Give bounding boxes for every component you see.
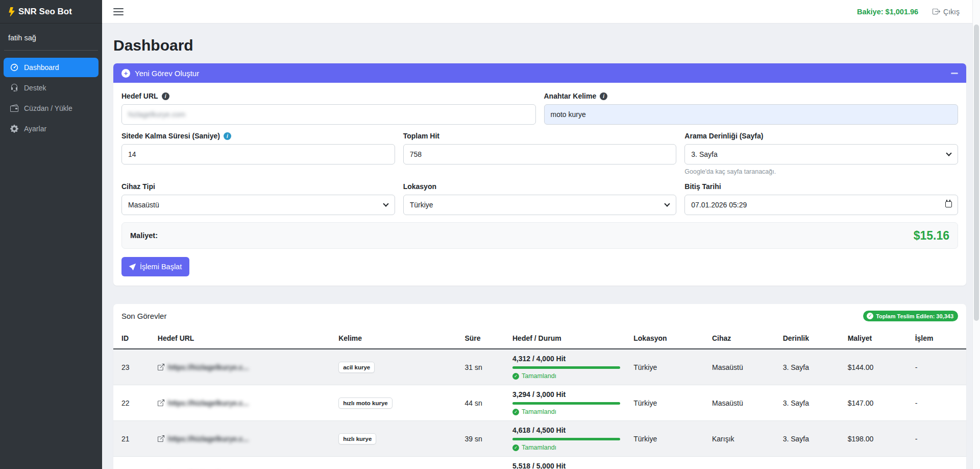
headset-icon: [10, 84, 18, 92]
sidebar-item-destek[interactable]: Destek: [0, 78, 102, 98]
logout-button[interactable]: Çıkış: [933, 8, 960, 16]
sidebar-item-label: Dashboard: [24, 63, 59, 72]
cell-hedef-durum: 3,294 / 3,000 Hit ✓Tamamlandı: [507, 385, 628, 421]
kalma-suresi-input[interactable]: [121, 144, 395, 165]
cell-maliyet: $195.00: [843, 457, 910, 469]
start-task-label: İşlemi Başlat: [140, 263, 182, 271]
cost-value: $15.16: [914, 229, 949, 243]
hedef-url-label: Hedef URL: [121, 92, 158, 100]
page-title: Dashboard: [113, 37, 966, 54]
sidebar: SNR Seo Bot fatih sağ Dashboard Destek C…: [0, 0, 102, 469]
tasks-table: ID Hedef URL Kelime Süre Hedef / Durum L…: [113, 328, 966, 469]
sidebar-item-dashboard[interactable]: Dashboard: [4, 58, 99, 77]
check-circle-icon: ✓: [867, 313, 873, 319]
cell-lokasyon: Türkiye: [628, 421, 707, 457]
collapse-panel-button[interactable]: [951, 73, 958, 74]
external-link-icon: [158, 400, 164, 406]
field-toplam-hit: Toplam Hit: [403, 132, 677, 175]
bitis-tarihi-input[interactable]: [684, 195, 958, 215]
cell-islem: -: [910, 457, 966, 469]
external-link-icon: [158, 364, 164, 370]
toplam-hit-input[interactable]: [403, 144, 677, 165]
cell-maliyet: $147.00: [843, 385, 910, 421]
anahtar-kelime-input[interactable]: [544, 104, 959, 125]
info-icon: i: [224, 132, 231, 140]
status-text: Tamamlandı: [522, 408, 556, 415]
sidebar-item-ayarlar[interactable]: Ayarlar: [0, 119, 102, 138]
page-scrollbar[interactable]: [972, 0, 980, 469]
cell-cihaz: Karışık: [707, 457, 778, 469]
cell-hedef-durum: 4,312 / 4,000 Hit ✓Tamamlandı: [507, 349, 628, 385]
new-task-card: + Yeni Görev Oluştur Hedef URL i hizlage…: [113, 63, 966, 286]
task-url-link[interactable]: https://hizlagelkurye.c...: [158, 399, 328, 407]
col-sure: Süre: [459, 328, 507, 349]
cell-sure: 31 sn: [459, 349, 507, 385]
hit-count: 4,312 / 4,000 Hit: [512, 355, 623, 363]
recent-tasks-header: Son Görevler ✓ Toplam Teslim Edilen: 30,…: [113, 304, 966, 328]
info-icon: i: [162, 92, 169, 100]
status-text: Tamamlandı: [522, 444, 556, 451]
cell-cihaz: Masaüstü: [707, 349, 778, 385]
cell-cihaz: Masaüstü: [707, 385, 778, 421]
lokasyon-select[interactable]: Türkiye: [403, 195, 677, 215]
logout-icon: [933, 8, 940, 15]
cell-islem: -: [910, 385, 966, 421]
col-derinlik: Derinlik: [778, 328, 843, 349]
anahtar-kelime-label: Anahtar Kelime: [544, 92, 597, 100]
hit-count: 3,294 / 3,000 Hit: [512, 390, 623, 398]
progress-bar: [512, 402, 620, 405]
task-url-text: https://hizlagelkurye.c...: [168, 435, 249, 443]
toplam-hit-label: Toplam Hit: [403, 132, 439, 140]
cell-islem: -: [910, 421, 966, 457]
cihaz-tipi-select[interactable]: Masaüstü: [121, 195, 395, 215]
arama-derinligi-label: Arama Derinliği (Sayfa): [684, 132, 763, 140]
keyword-badge: hızlı kurye: [338, 433, 376, 444]
brand[interactable]: SNR Seo Bot: [0, 0, 102, 24]
cell-sure: 34 sn: [459, 457, 507, 469]
cell-id: 20: [113, 457, 153, 469]
cell-derinlik: 3. Sayfa: [778, 421, 843, 457]
wallet-icon: [10, 104, 18, 112]
cell-sure: 39 sn: [459, 421, 507, 457]
task-url-text: https://hizlagelkurye.c...: [168, 399, 249, 407]
check-circle-icon: ✓: [512, 409, 519, 415]
balance-text: Bakiye: $1,001.96: [857, 8, 918, 16]
cihaz-tipi-label: Cihaz Tipi: [121, 182, 155, 191]
cell-id: 22: [113, 385, 153, 421]
keyword-badge: acil kurye: [338, 362, 375, 373]
scrollbar-thumb[interactable]: [974, 25, 979, 321]
cell-islem: -: [910, 349, 966, 385]
col-hedef-durum: Hedef / Durum: [507, 328, 628, 349]
check-circle-icon: ✓: [512, 373, 519, 380]
hedef-url-input[interactable]: [121, 104, 536, 125]
table-row: 20 https://hizlagelkurye.c... hızlı kury…: [113, 457, 966, 469]
progress-bar: [512, 366, 620, 369]
table-header-row: ID Hedef URL Kelime Süre Hedef / Durum L…: [113, 328, 966, 349]
sidebar-nav: Dashboard Destek Cüzdan / Yükle Ayarlar: [0, 56, 102, 138]
cell-lokasyon: Türkiye: [628, 349, 707, 385]
field-hedef-url: Hedef URL i hizlagelkurye.com: [121, 92, 536, 125]
field-cihaz-tipi: Cihaz Tipi Masaüstü: [121, 182, 395, 215]
cost-box: Maliyet: $15.16: [121, 222, 958, 249]
new-task-form: Hedef URL i hizlagelkurye.com Anahtar Ke…: [113, 83, 966, 286]
delivered-total-text: Toplam Teslim Edilen: 30,343: [876, 313, 953, 319]
cell-maliyet: $144.00: [843, 349, 910, 385]
col-maliyet: Maliyet: [843, 328, 910, 349]
cell-derinlik: 3. Sayfa: [778, 349, 843, 385]
bitis-tarihi-label: Bitiş Tarihi: [684, 182, 721, 191]
task-url-link[interactable]: https://hizlagelkurye.c...: [158, 363, 328, 371]
external-link-icon: [158, 435, 164, 442]
arama-derinligi-select[interactable]: 3. Sayfa: [684, 144, 958, 165]
field-bitis-tarihi: Bitiş Tarihi: [684, 182, 958, 215]
hamburger-menu-icon[interactable]: [113, 8, 124, 15]
task-url-link[interactable]: https://hizlagelkurye.c...: [158, 435, 328, 443]
col-islem: İşlem: [910, 328, 966, 349]
main-area: Bakiye: $1,001.96 Çıkış Dashboard + Yeni…: [102, 0, 980, 469]
start-task-button[interactable]: İşlemi Başlat: [121, 257, 189, 276]
col-cihaz: Cihaz: [707, 328, 778, 349]
sidebar-item-cuzdan[interactable]: Cüzdan / Yükle: [0, 99, 102, 118]
lightning-icon: [7, 7, 16, 16]
sidebar-item-label: Cüzdan / Yükle: [24, 104, 72, 112]
field-anahtar-kelime: Anahtar Kelime i: [544, 92, 959, 125]
col-id: ID: [113, 328, 153, 349]
